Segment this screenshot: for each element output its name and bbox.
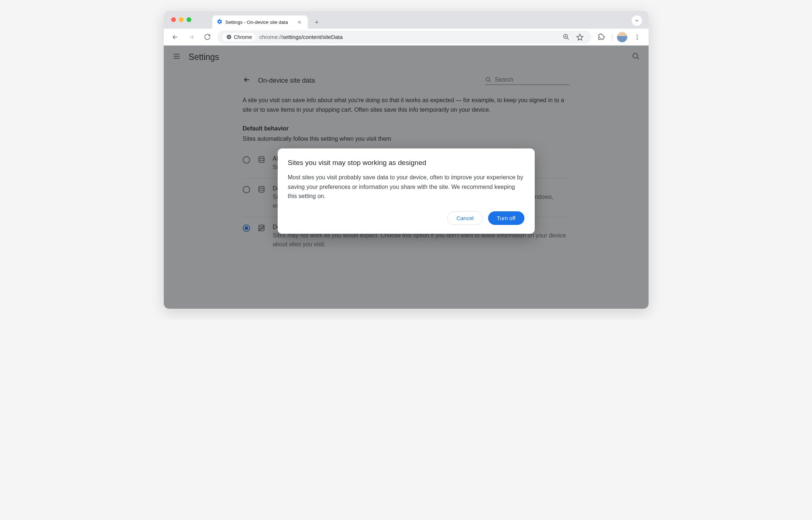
chrome-menu-button[interactable] — [631, 31, 643, 43]
tab-title: Settings - On-device site data — [225, 19, 288, 25]
url-display: chrome://settings/content/siteData — [259, 34, 343, 40]
forward-button[interactable] — [185, 31, 198, 43]
extensions-button[interactable] — [595, 31, 607, 43]
site-chip[interactable]: Chrome — [223, 33, 256, 41]
window-minimize-button[interactable] — [179, 17, 184, 22]
tab-close-button[interactable] — [296, 18, 303, 26]
turn-off-button[interactable]: Turn off — [488, 211, 524, 225]
tab-strip: Settings - On-device site data — [164, 11, 649, 29]
window-maximize-button[interactable] — [187, 17, 191, 22]
gear-icon — [217, 19, 223, 26]
zoom-icon[interactable] — [560, 31, 572, 43]
dialog-title: Sites you visit may stop working as desi… — [288, 159, 524, 167]
back-button[interactable] — [169, 31, 181, 43]
site-chip-label: Chrome — [234, 34, 252, 40]
browser-tab[interactable]: Settings - On-device site data — [212, 15, 308, 29]
new-tab-button[interactable] — [311, 17, 322, 28]
profile-avatar[interactable] — [617, 32, 627, 42]
window-controls — [171, 17, 191, 22]
svg-point-6 — [636, 38, 638, 39]
address-bar[interactable]: Chrome chrome://settings/content/siteDat… — [217, 31, 592, 44]
tab-overflow-button[interactable] — [632, 15, 642, 26]
chrome-icon — [226, 34, 232, 40]
reload-button[interactable] — [201, 31, 214, 43]
toolbar-separator: | — [611, 33, 613, 41]
confirm-dialog: Sites you visit may stop working as desi… — [278, 148, 535, 234]
cancel-button[interactable]: Cancel — [447, 211, 483, 225]
bookmark-star-button[interactable] — [574, 31, 586, 43]
dialog-body: Most sites you visit probably save data … — [288, 173, 524, 201]
window-close-button[interactable] — [171, 17, 176, 22]
toolbar: Chrome chrome://settings/content/siteDat… — [164, 29, 649, 46]
browser-window: Settings - On-device site data Chrome — [164, 11, 649, 309]
dialog-actions: Cancel Turn off — [288, 211, 524, 225]
svg-point-5 — [636, 36, 638, 37]
svg-point-2 — [228, 36, 230, 38]
svg-point-4 — [636, 35, 638, 36]
settings-page: Settings On-device site data A site you … — [164, 46, 649, 309]
